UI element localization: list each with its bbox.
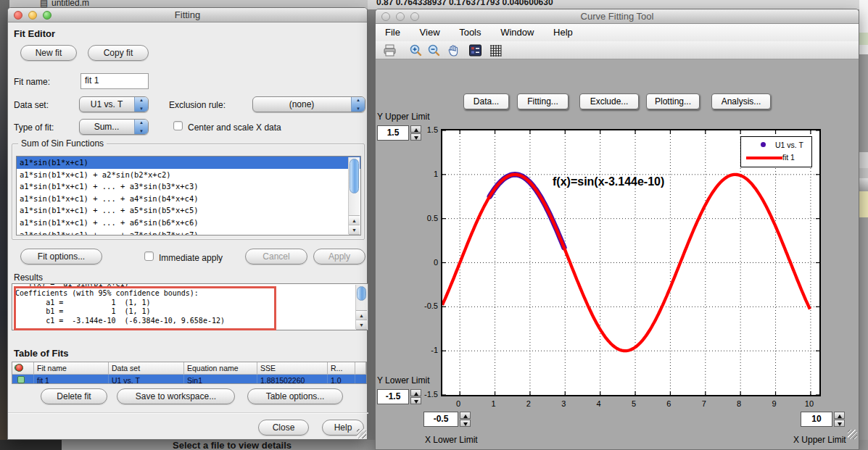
type-of-fit-value: Sum... (80, 120, 133, 134)
function-list-item[interactable]: a1*sin(b1*x+c1) + ... + a4*sin(b4*x+c4) (17, 193, 360, 205)
function-list-item[interactable]: a1*sin(b1*x+c1) + ... + a7*sin(b7*x+c7) (17, 229, 360, 236)
fit-line-icon (746, 157, 782, 159)
background-right-window-edge (859, 0, 868, 450)
close-button[interactable]: Close (258, 420, 309, 436)
plot-area[interactable]: U1 vs. T fit 1 f(x)=sin(x-3.144e-10) (441, 129, 821, 396)
save-to-workspace-button[interactable]: Save to workspace... (117, 388, 235, 404)
menu-window[interactable]: Window (500, 27, 534, 38)
fitting-button[interactable]: Fitting... (517, 93, 569, 109)
y-lower-limit-stepper[interactable] (410, 389, 421, 404)
x-tick-label: 0 (449, 399, 468, 408)
row-fit-name: fit 1 (34, 375, 109, 384)
function-list[interactable]: a1*sin(b1*x+c1) a1*sin(b1*x+c1) + a2*sin… (16, 156, 361, 236)
copy-fit-button[interactable]: Copy fit (88, 45, 149, 61)
x-lower-limit-label: X Lower Limit (425, 435, 478, 445)
center-scale-label: Center and scale X data (188, 122, 281, 133)
function-list-item[interactable]: a1*sin(b1*x+c1) + ... + a5*sin(b5*x+c5) (17, 204, 360, 217)
exclude-button[interactable]: Exclude... (579, 93, 639, 109)
fit-options-button[interactable]: Fit options... (20, 249, 102, 264)
y-upper-limit-label: Y Upper Limit (377, 112, 429, 122)
results-scrollbar[interactable]: ▲ ▼ (355, 285, 367, 329)
scrollbar-thumb[interactable] (357, 286, 366, 301)
function-list-item[interactable]: a1*sin(b1*x+c1) + a2*sin(b2*x+c2) (17, 169, 360, 181)
print-icon[interactable] (383, 43, 397, 57)
function-list-item[interactable]: a1*sin(b1*x+c1) + ... + a6*sin(b6*x+c6) (17, 217, 360, 229)
table-row[interactable]: fit 1 U1 vs. T Sin1 1.881502260 1.0 (12, 375, 366, 384)
type-of-fit-dropdown[interactable]: Sum... (79, 119, 149, 135)
x-lower-limit-stepper[interactable] (460, 412, 471, 427)
x-tick-label: 8 (729, 399, 748, 408)
row-data-set: U1 vs. T (109, 375, 184, 384)
column-header[interactable]: Equation name (184, 362, 257, 375)
apply-button[interactable]: Apply (313, 249, 365, 264)
delete-fit-button[interactable]: Delete fit (41, 388, 107, 404)
fit-name-input[interactable]: fit 1 (80, 73, 149, 89)
legend-toggle-icon[interactable] (468, 43, 482, 57)
menu-tools[interactable]: Tools (459, 27, 481, 38)
exclusion-rule-label: Exclusion rule: (169, 100, 226, 110)
table-options-button[interactable]: Table options... (247, 388, 343, 404)
function-list-scrollbar[interactable]: ▲ ▼ (348, 157, 360, 234)
window-title: Curve Fitting Tool (581, 11, 654, 22)
minimize-window-button[interactable] (28, 11, 37, 20)
analysis-button[interactable]: Analysis... (711, 93, 771, 109)
dropdown-stepper-icon (134, 120, 148, 134)
scrollbar-thumb[interactable] (350, 159, 359, 193)
x-tick-label: 2 (519, 399, 538, 408)
x-upper-limit-stepper[interactable] (834, 412, 845, 427)
immediate-apply-checkbox[interactable] (144, 251, 154, 261)
immediate-apply-label: Immediate apply (159, 253, 223, 263)
new-fit-button[interactable]: New fit (20, 45, 77, 61)
column-header[interactable]: R... (328, 362, 355, 375)
zoom-in-icon[interactable] (409, 43, 423, 57)
center-scale-checkbox[interactable] (173, 121, 183, 130)
pan-hand-icon[interactable] (447, 43, 460, 57)
plotting-button[interactable]: Plotting... (646, 93, 700, 109)
row-plot-cell[interactable] (12, 375, 34, 384)
minimize-window-button[interactable] (396, 12, 405, 21)
grid-toggle-icon[interactable] (489, 43, 503, 57)
zoom-window-button[interactable] (43, 11, 51, 20)
fitting-titlebar[interactable]: Fitting (8, 8, 367, 22)
column-header[interactable]: Fit name (34, 362, 109, 375)
scroll-down-arrow[interactable]: ▼ (349, 225, 360, 235)
resize-grip[interactable] (357, 429, 366, 438)
x-lower-limit-input[interactable]: -0.5 (423, 412, 458, 427)
x-tick-label: 6 (659, 399, 678, 408)
function-list-item[interactable]: a1*sin(b1*x+c1) + ... + a3*sin(b3*x+c3) (17, 180, 360, 193)
plot-legend[interactable]: U1 vs. T fit 1 (740, 136, 812, 167)
x-upper-limit-label: X Upper Limit (793, 435, 846, 445)
exclusion-rule-dropdown[interactable]: (none) (252, 96, 365, 112)
y-tick-label: -1 (416, 346, 438, 354)
menu-help[interactable]: Help (553, 27, 573, 38)
scroll-up-arrow[interactable]: ▲ (356, 311, 367, 320)
cancel-button[interactable]: Cancel (245, 249, 307, 264)
close-window-button[interactable] (381, 12, 390, 21)
y-tick-label: 0.5 (416, 214, 438, 222)
equation-annotation[interactable]: f(x)=sin(x-3.144e-10) (553, 175, 664, 188)
data-button[interactable]: Data... (463, 93, 509, 109)
scroll-up-arrow[interactable]: ▲ (349, 216, 360, 225)
column-header[interactable]: SSE (257, 362, 328, 375)
menu-view[interactable]: View (420, 27, 440, 38)
close-window-button[interactable] (14, 11, 22, 20)
column-header[interactable]: Data set (109, 362, 184, 375)
results-heading: Results (14, 272, 43, 283)
window-title: Fitting (175, 9, 200, 20)
cft-titlebar[interactable]: Curve Fitting Tool (376, 9, 859, 24)
red-highlight-annotation (14, 286, 276, 330)
x-upper-limit-input[interactable]: 10 (801, 412, 832, 427)
scroll-down-arrow[interactable]: ▼ (356, 320, 367, 330)
zoom-window-button[interactable] (410, 12, 419, 21)
function-list-item[interactable]: a1*sin(b1*x+c1) (17, 157, 360, 169)
resize-grip[interactable] (848, 430, 857, 439)
plot-column-header[interactable] (12, 362, 34, 375)
y-upper-limit-input[interactable]: 1.5 (377, 125, 409, 141)
table-of-fits[interactable]: Fit name Data set Equation name SSE R...… (12, 362, 367, 384)
menu-file[interactable]: File (385, 27, 400, 38)
exclusion-rule-value: (none) (253, 97, 350, 112)
y-lower-limit-input[interactable]: -1.5 (377, 389, 409, 404)
data-set-dropdown[interactable]: U1 vs. T (79, 96, 149, 112)
toolbar (376, 41, 859, 59)
zoom-out-icon[interactable] (427, 43, 441, 57)
